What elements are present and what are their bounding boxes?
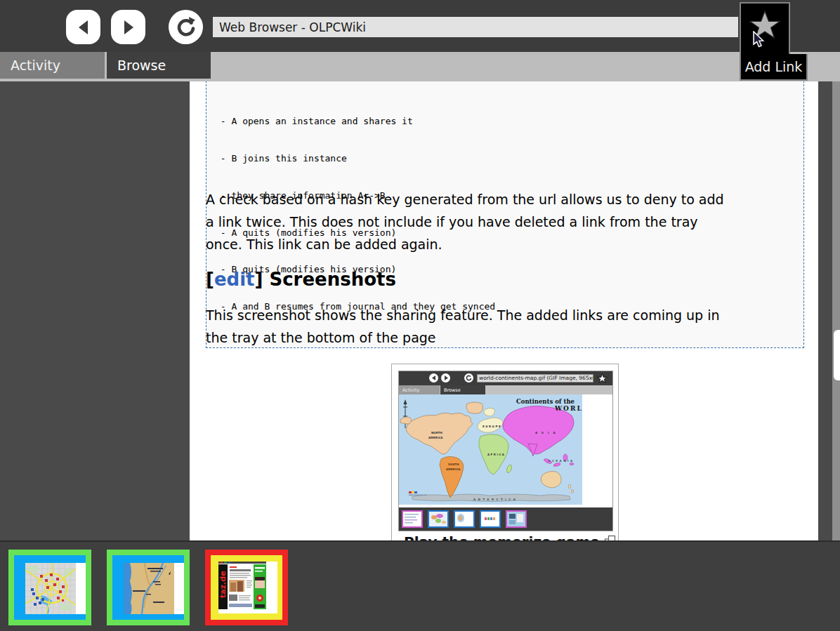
map-label-america-s: AMERICA xyxy=(446,467,461,471)
svg-text:taz.de: taz.de xyxy=(218,571,228,598)
tab-activity-label: Activity xyxy=(11,58,60,73)
edit-bracket-close: ] xyxy=(254,269,263,290)
link-tray: taz.de xyxy=(0,540,840,631)
city-map-thumbnail xyxy=(25,563,86,614)
paragraph-line: a link twice. This does not include if y… xyxy=(206,211,810,233)
world-continents-map: Continents of the WORLD NORTH AMERICA SO… xyxy=(399,394,582,505)
screenshot-tab-bar: Activity Browse xyxy=(399,385,612,394)
map-label-antarctica: ANTARCTICA xyxy=(473,498,518,501)
code-line: - A opens an instance and shares it xyxy=(215,115,796,128)
paragraph-line: the tray at the bottom of the page xyxy=(206,326,810,349)
edit-link[interactable]: edit xyxy=(214,269,255,290)
screenshot-url-bar: world-continents-map.gif (GIF Image, 965… xyxy=(477,374,593,383)
back-arrow-icon xyxy=(77,19,91,36)
tab-browse[interactable]: Browse xyxy=(107,52,211,79)
world-map-image: Continents of the WORLD NORTH AMERICA SO… xyxy=(399,394,612,505)
map-label-america-n: AMERICA xyxy=(428,436,443,439)
scrollbar-track[interactable] xyxy=(832,81,840,540)
map-label-north: NORTH xyxy=(431,431,442,434)
screenshot-reload-icon xyxy=(464,373,473,383)
thumb-caption: Play the memorize game xyxy=(399,531,617,540)
embedded-browser-screenshot: world-continents-map.gif (GIF Image, 965… xyxy=(398,371,613,531)
screenshot-back-icon xyxy=(429,373,438,383)
thumb-caption-text: Play the memorize game xyxy=(404,533,600,540)
forward-button[interactable] xyxy=(111,10,145,44)
desert-map-thumbnail xyxy=(124,563,184,614)
tab-bar: Activity Browse xyxy=(0,52,840,84)
section-heading-title: Screenshots xyxy=(269,269,396,290)
reload-button[interactable] xyxy=(169,10,203,44)
screenshot-toolbar: world-continents-map.gif (GIF Image, 965… xyxy=(399,371,612,385)
magnify-icon[interactable] xyxy=(604,535,616,540)
map-title-line2: WORLD xyxy=(554,405,582,412)
screenshot-link-tray xyxy=(399,507,612,531)
screenshot-tray-item xyxy=(506,510,527,528)
paragraph-line: once. This link can be added again. xyxy=(206,233,810,255)
map-label-oceania: OCEANIA xyxy=(548,459,575,463)
add-link-label: Add Link xyxy=(740,54,808,81)
map-label-europe: EUROPE xyxy=(483,425,501,428)
section-heading: [edit] Screenshots xyxy=(206,269,396,290)
cursor-icon xyxy=(752,31,767,49)
tab-activity[interactable]: Activity xyxy=(0,52,105,79)
paragraph-line: This screenshot shows the sharing featur… xyxy=(206,304,810,326)
paragraph-screenshot-intro: This screenshot shows the sharing featur… xyxy=(206,304,810,349)
code-line: - B joins this instance xyxy=(215,152,796,165)
map-title-line1: Continents of the xyxy=(516,398,575,405)
map-label-south: SOUTH xyxy=(448,463,459,466)
tray-item-taz-website[interactable]: taz.de xyxy=(205,550,288,625)
url-bar[interactable] xyxy=(213,17,738,37)
content-area: - A opens an instance and shares it - B … xyxy=(0,81,832,540)
screenshot-tab-activity: Activity xyxy=(399,385,440,394)
paragraph-hash-check: A check based on a hash key generated fr… xyxy=(206,188,810,255)
tray-item-desert-map[interactable] xyxy=(107,550,190,625)
screenshot-forward-icon xyxy=(441,373,450,383)
map-label-africa: AFRICA xyxy=(487,453,505,456)
taz-website-image: taz.de xyxy=(218,562,266,613)
screenshot-tray-item xyxy=(428,510,449,528)
city-map-image xyxy=(25,563,76,614)
screenshot-tray-item xyxy=(402,510,423,528)
forward-arrow-icon xyxy=(122,19,136,36)
wiki-thumbnail-figure[interactable]: world-continents-map.gif (GIF Image, 965… xyxy=(391,364,619,540)
taz-website-thumbnail: taz.de xyxy=(218,562,277,613)
screenshot-star-icon xyxy=(597,373,608,384)
screenshot-tab-browse: Browse xyxy=(440,385,485,394)
screenshot-tray-item xyxy=(454,510,475,528)
browser-window: Activity Browse - A opens an instance an… xyxy=(0,0,840,631)
screenshot-tray-item xyxy=(480,510,501,528)
back-button[interactable] xyxy=(66,10,100,44)
browser-toolbar xyxy=(0,0,840,52)
tray-item-city-map[interactable] xyxy=(8,550,91,625)
add-link-label-text: Add Link xyxy=(745,59,803,74)
map-label-asia: ASIA xyxy=(535,431,560,434)
desert-map-image xyxy=(124,563,174,614)
wiki-page: - A opens an instance and shares it - B … xyxy=(190,81,818,540)
paragraph-line: A check based on a hash key generated fr… xyxy=(206,188,810,211)
edit-bracket-open: [ xyxy=(206,269,214,290)
scrollbar-thumb[interactable] xyxy=(834,330,840,380)
reload-icon xyxy=(175,16,197,39)
tab-browse-label: Browse xyxy=(117,58,166,73)
